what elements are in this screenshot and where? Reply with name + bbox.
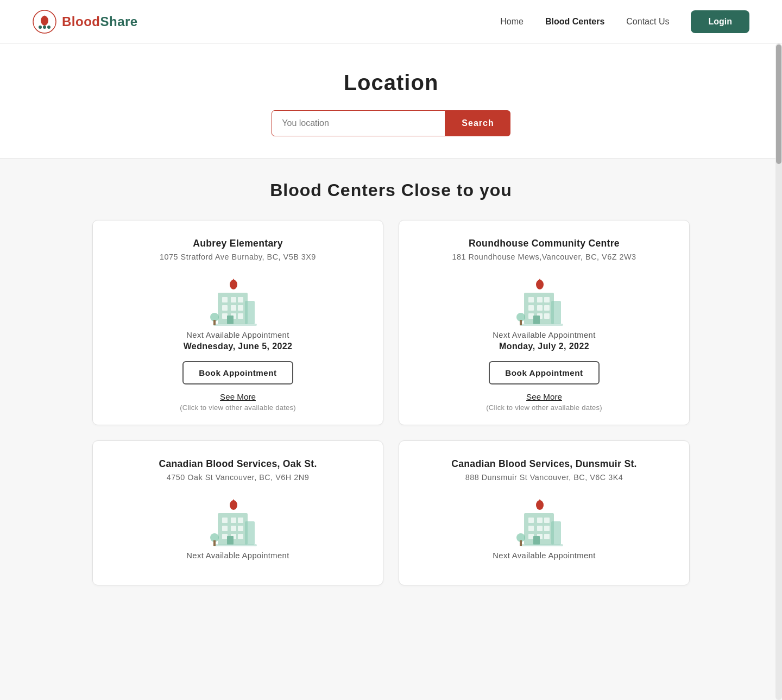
center-name-2: Canadian Blood Services, Oak St. [159,458,317,470]
svg-rect-35 [520,324,563,326]
blood-center-card-2: Canadian Blood Services, Oak St. 4750 Oa… [92,440,383,585]
svg-rect-11 [231,305,236,311]
svg-rect-30 [528,313,534,319]
svg-rect-8 [231,297,236,302]
svg-rect-25 [537,297,543,302]
svg-rect-41 [222,518,228,523]
svg-rect-37 [520,320,522,325]
nav-contact[interactable]: Contact Us [626,17,669,26]
see-more-link-0[interactable]: See More [220,392,256,401]
svg-rect-60 [544,518,550,523]
blood-center-card-3: Canadian Blood Services, Dunsmuir St. 88… [399,440,690,585]
center-address-1: 181 Roundhouse Mews,Vancouver, BC, V6Z 2… [452,253,636,261]
svg-rect-69 [520,544,563,546]
logo-icon [33,10,56,34]
svg-rect-17 [245,301,255,324]
svg-rect-62 [537,526,543,531]
center-name-0: Aubrey Elementary [193,238,282,249]
svg-rect-66 [544,534,550,539]
see-more-hint-0: (Click to view other available dates) [180,403,296,412]
nav-home[interactable]: Home [500,17,524,26]
search-button[interactable]: Search [445,110,510,136]
svg-rect-59 [537,518,543,523]
navbar: BloodShare Home Blood Centers Contact Us… [0,0,782,43]
svg-rect-51 [245,521,255,545]
svg-rect-68 [551,521,561,545]
blood-center-card-1: Roundhouse Community Centre 181 Roundhou… [399,220,690,425]
svg-rect-71 [520,540,522,546]
main-content: Blood Centers Close to you Aubrey Elemen… [81,159,701,607]
svg-rect-58 [528,518,534,523]
svg-rect-33 [533,316,540,324]
scrollbar-thumb[interactable] [776,45,781,164]
center-image-2 [208,491,268,551]
svg-rect-27 [528,305,534,311]
svg-rect-28 [537,305,543,311]
svg-rect-64 [528,534,534,539]
svg-rect-18 [213,324,257,326]
svg-rect-32 [544,313,550,319]
svg-rect-9 [238,297,243,302]
book-appointment-button-0[interactable]: Book Appointment [182,361,293,384]
svg-rect-13 [222,313,228,319]
blood-center-card-0: Aubrey Elementary 1075 Stratford Ave Bur… [92,220,383,425]
next-appt-label-3: Next Available Appointment [493,551,595,560]
svg-rect-63 [544,526,550,531]
see-more-link-1[interactable]: See More [526,392,562,401]
center-image-3 [514,491,574,551]
next-appt-date-0: Wednesday, June 5, 2022 [184,342,293,351]
svg-rect-20 [213,320,216,325]
svg-rect-50 [227,536,234,545]
svg-point-4 [43,26,46,29]
svg-rect-47 [222,534,228,539]
hero-section: Location Search [0,43,782,159]
svg-rect-45 [231,526,236,531]
svg-rect-7 [222,297,228,302]
next-appt-label-2: Next Available Appointment [186,551,289,560]
svg-rect-52 [213,544,257,546]
see-more-hint-1: (Click to view other available dates) [486,403,602,412]
search-bar: Search [0,110,782,136]
svg-rect-49 [238,534,243,539]
svg-point-5 [47,26,51,29]
next-appt-label-0: Next Available Appointment [186,331,289,339]
next-appt-label-1: Next Available Appointment [493,331,595,339]
nav-blood-centers[interactable]: Blood Centers [545,17,604,26]
svg-rect-67 [533,536,540,545]
svg-rect-61 [528,526,534,531]
svg-rect-10 [222,305,228,311]
location-input[interactable] [272,110,445,136]
login-button[interactable]: Login [691,10,749,33]
svg-rect-16 [227,316,234,324]
svg-rect-43 [238,518,243,523]
scrollbar-track [775,43,782,700]
logo-blood-text: Blood [62,14,100,29]
svg-rect-26 [544,297,550,302]
section-title: Blood Centers Close to you [92,180,690,200]
svg-rect-34 [551,301,561,324]
svg-point-3 [39,26,42,29]
cards-grid: Aubrey Elementary 1075 Stratford Ave Bur… [92,220,690,585]
svg-rect-29 [544,305,550,311]
svg-rect-42 [231,518,236,523]
nav-links: Home Blood Centers Contact Us Login [500,10,749,33]
center-image-1 [514,271,574,331]
logo-share-text: Share [100,14,137,29]
svg-rect-54 [213,540,216,546]
svg-rect-46 [238,526,243,531]
center-address-2: 4750 Oak St Vancouver, BC, V6H 2N9 [167,473,309,482]
center-address-0: 1075 Stratford Ave Burnaby, BC, V5B 3X9 [160,253,316,261]
center-name-1: Roundhouse Community Centre [469,238,620,249]
svg-rect-24 [528,297,534,302]
center-name-3: Canadian Blood Services, Dunsmuir St. [451,458,637,470]
book-appointment-button-1[interactable]: Book Appointment [489,361,599,384]
center-image-0 [208,271,268,331]
logo: BloodShare [33,10,138,34]
next-appt-date-1: Monday, July 2, 2022 [499,342,589,351]
center-address-3: 888 Dunsmuir St Vancouver, BC, V6C 3K4 [465,473,623,482]
svg-rect-12 [238,305,243,311]
page-title: Location [0,71,782,95]
svg-rect-44 [222,526,228,531]
svg-rect-15 [238,313,243,319]
